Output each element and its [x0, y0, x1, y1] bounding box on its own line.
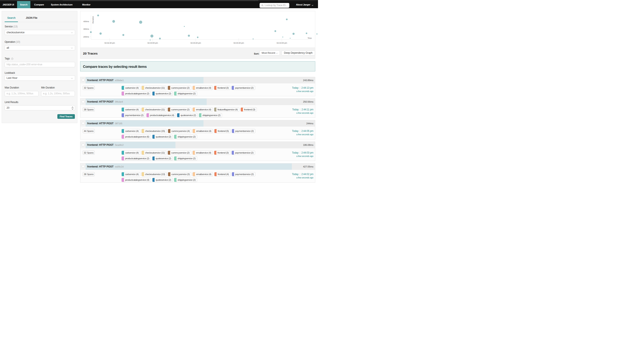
svg-text:02:44:00 pm: 02:44:00 pm	[277, 42, 287, 44]
svg-text:Time: Time	[307, 37, 312, 39]
svg-text:02:42:40 pm: 02:42:40 pm	[104, 42, 115, 44]
svg-text:02:43:40 pm: 02:43:40 pm	[233, 42, 244, 44]
svg-text:Duration: Duration	[92, 16, 94, 23]
svg-text:200ms: 200ms	[83, 36, 89, 38]
svg-text:400ms: 400ms	[83, 20, 89, 22]
svg-text:300ms: 300ms	[83, 28, 89, 30]
svg-text:02:43:20 pm: 02:43:20 pm	[190, 42, 201, 44]
svg-text:02:43:00 pm: 02:43:00 pm	[147, 42, 158, 44]
